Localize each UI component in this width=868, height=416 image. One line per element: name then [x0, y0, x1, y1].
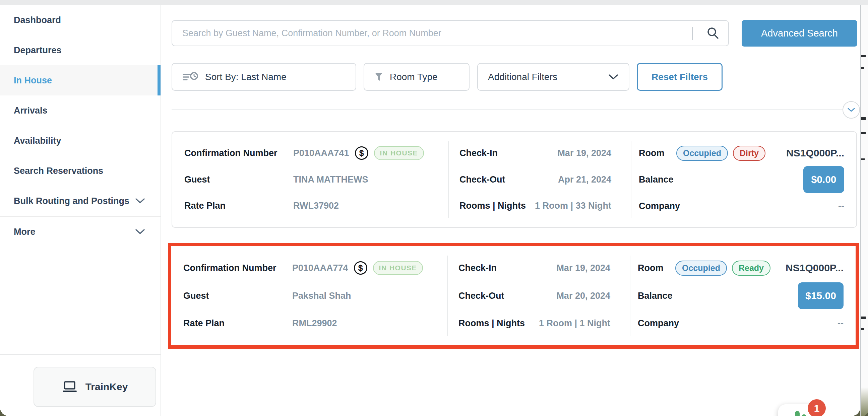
confirmation-value: P010AAA774	[292, 263, 348, 273]
housekeeping-status-pill: Ready	[732, 261, 771, 276]
sidebar-item-arrivals[interactable]: Arrivals	[0, 95, 160, 126]
occupancy-status-pill: Occupied	[675, 261, 727, 276]
trainkey-label: TrainKey	[86, 381, 128, 392]
check-in-label: Check-In	[459, 263, 497, 273]
payment-dollar-icon[interactable]: $	[354, 261, 367, 275]
guest-label: Guest	[183, 291, 292, 301]
sort-by-label: Sort By: Last Name	[205, 72, 286, 83]
sidebar-item-in-house[interactable]: In House	[0, 65, 160, 95]
company-value: --	[837, 318, 843, 328]
check-out-value: Apr 21, 2024	[558, 174, 611, 185]
sidebar-item-availability[interactable]: Availability	[0, 126, 160, 156]
payment-dollar-icon[interactable]: $	[355, 147, 368, 160]
sidebar-item-bulk-routing-and-postings[interactable]: Bulk Routing and Postings	[0, 186, 160, 216]
chevron-down-icon	[608, 74, 619, 81]
room-type-label: Room Type	[390, 72, 438, 83]
screen: Dashboard Departures In House Arrivals A…	[0, 0, 868, 416]
balance-label: Balance	[638, 291, 673, 301]
additional-filters-label: Additional Filters	[488, 72, 557, 83]
chevron-down-icon	[135, 198, 145, 204]
trainkey-button[interactable]: TrainKey	[33, 367, 156, 407]
check-out-label: Check-Out	[459, 291, 504, 301]
company-value: --	[838, 201, 844, 211]
check-in-label: Check-In	[460, 148, 498, 158]
room-label: Room	[639, 148, 676, 158]
sidebar-item-label: More	[14, 227, 35, 237]
check-in-value: Mar 19, 2024	[556, 263, 610, 273]
reservation-card[interactable]: Confirmation Number P010AAA774 $ IN HOUS…	[171, 246, 856, 345]
guest-value: Pakshal Shah	[292, 291, 351, 301]
laptop-icon	[62, 381, 78, 393]
reservation-identity-column: Confirmation Number P010AAA774 $ IN HOUS…	[171, 246, 447, 345]
sidebar-footer-divider	[0, 354, 160, 355]
confirmation-value: P010AAA741	[293, 148, 349, 158]
rooms-nights-value: 1 Room | 1 Night	[539, 318, 610, 328]
guest-value: TINA MATTHEWS	[293, 174, 368, 185]
chevron-down-icon	[135, 229, 145, 235]
filter-funnel-icon	[374, 72, 383, 82]
results-divider	[172, 109, 843, 110]
sidebar-nav: Dashboard Departures In House Arrivals A…	[0, 5, 160, 247]
reservation-room-column: Room Occupied Dirty NS1Q000P... Balance …	[631, 132, 856, 227]
company-label: Company	[639, 201, 680, 211]
rate-plan-value: RML29902	[292, 318, 337, 328]
sidebar-item-more[interactable]: More	[0, 217, 160, 247]
check-in-value: Mar 19, 2024	[557, 148, 611, 158]
check-out-label: Check-Out	[460, 174, 505, 185]
rooms-nights-label: Rooms | Nights	[460, 201, 526, 211]
rate-plan-label: Rate Plan	[183, 318, 292, 328]
sidebar-item-label: In House	[14, 75, 52, 86]
check-out-value: Mar 20, 2024	[556, 291, 610, 301]
guest-label: Guest	[184, 174, 293, 185]
reservation-room-column: Room Occupied Ready NS1Q000P... Balance …	[630, 246, 856, 345]
sidebar-item-label: Arrivals	[14, 105, 48, 116]
search-separator	[692, 27, 693, 40]
confirmation-label: Confirmation Number	[183, 263, 292, 273]
room-number: NS1Q000P...	[785, 262, 843, 274]
status-badge: IN HOUSE	[373, 261, 423, 275]
app-window: Dashboard Departures In House Arrivals A…	[0, 5, 860, 416]
housekeeping-status-pill: Dirty	[733, 146, 766, 161]
chat-notification-badge: 1	[808, 399, 826, 416]
reset-filters-button[interactable]: Reset Filters	[637, 63, 722, 91]
additional-filters-dropdown[interactable]: Additional Filters	[477, 63, 629, 91]
sidebar-item-departures[interactable]: Departures	[0, 35, 160, 65]
reservation-card[interactable]: Confirmation Number P010AAA741 $ IN HOUS…	[172, 131, 857, 228]
rate-plan-label: Rate Plan	[184, 201, 293, 211]
sidebar-item-label: Departures	[14, 45, 62, 56]
sidebar-item-label: Search Reservations	[14, 166, 103, 176]
sort-by-dropdown[interactable]: Sort By: Last Name	[172, 63, 356, 91]
collapse-chevron-button[interactable]	[842, 101, 860, 119]
window-top-strip	[0, 0, 868, 5]
rooms-nights-value: 1 Room | 33 Night	[535, 201, 611, 211]
sort-icon	[182, 72, 198, 83]
room-number: NS1Q000P...	[786, 148, 844, 159]
occupancy-status-pill: Occupied	[676, 146, 728, 161]
reservation-dates-column: Check-In Mar 19, 2024 Check-Out Apr 21, …	[449, 132, 631, 227]
chevron-down-icon	[847, 107, 855, 113]
advanced-search-button[interactable]: Advanced Search	[742, 20, 857, 46]
sidebar-item-label: Availability	[14, 136, 61, 146]
sidebar-item-label: Bulk Routing and Postings	[14, 196, 129, 206]
sidebar-item-search-reservations[interactable]: Search Reservations	[0, 156, 160, 186]
reservation-identity-column: Confirmation Number P010AAA741 $ IN HOUS…	[172, 132, 448, 227]
search-input[interactable]	[172, 21, 728, 45]
adjacent-window-sliver	[860, 5, 868, 416]
reservation-dates-column: Check-In Mar 19, 2024 Check-Out Mar 20, …	[448, 246, 630, 345]
room-label: Room	[638, 263, 675, 273]
room-type-dropdown[interactable]: Room Type	[364, 63, 469, 91]
rooms-nights-label: Rooms | Nights	[459, 318, 525, 328]
confirmation-label: Confirmation Number	[184, 148, 293, 158]
sidebar-item-label: Dashboard	[14, 15, 61, 26]
search-box	[172, 20, 729, 46]
sidebar: Dashboard Departures In House Arrivals A…	[0, 5, 161, 416]
sidebar-item-dashboard[interactable]: Dashboard	[0, 5, 160, 35]
balance-label: Balance	[639, 174, 674, 185]
rate-plan-value: RWL37902	[293, 201, 339, 211]
chat-icon	[785, 409, 809, 416]
highlight-red-outline: Confirmation Number P010AAA774 $ IN HOUS…	[168, 243, 859, 349]
balance-button[interactable]: $15.00	[798, 282, 843, 309]
search-icon[interactable]	[706, 27, 719, 40]
company-label: Company	[638, 318, 679, 328]
balance-button[interactable]: $0.00	[803, 166, 844, 193]
